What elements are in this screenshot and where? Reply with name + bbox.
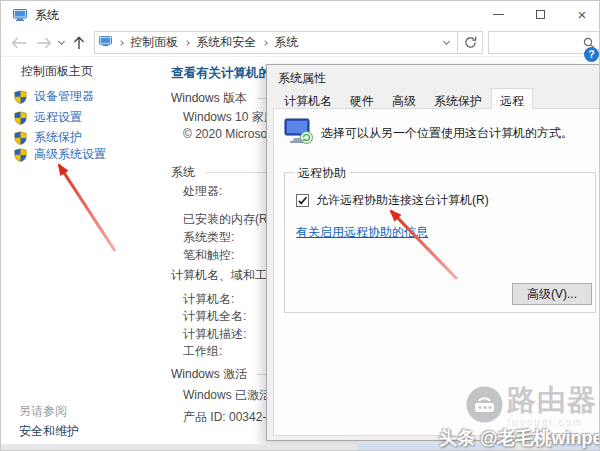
- address-computer-icon: [99, 36, 112, 50]
- processor-label: 处理器:: [183, 183, 222, 200]
- uac-shield-icon: [14, 148, 27, 162]
- sidebar-item-security-maintenance[interactable]: 安全和维护: [19, 423, 79, 440]
- tab-system-protection[interactable]: 系统保护: [425, 90, 491, 109]
- minimize-button[interactable]: [481, 1, 515, 27]
- back-button[interactable]: [7, 31, 32, 55]
- search-input[interactable]: [494, 37, 583, 49]
- sidebar-item-advanced-system-settings[interactable]: 高级系统设置: [14, 146, 106, 163]
- bottom-edge-strip: [1, 444, 600, 451]
- forward-button[interactable]: [32, 31, 57, 55]
- workgroup-label: 工作组:: [183, 343, 222, 360]
- tab-advanced[interactable]: 高级: [383, 90, 425, 109]
- dialog-tabstrip: 计算机名 硬件 高级 系统保护 远程: [275, 90, 533, 109]
- sidebar-item-system-protection[interactable]: 系统保护: [14, 129, 82, 146]
- sidebar-item-label: 高级系统设置: [34, 146, 106, 163]
- maximize-button[interactable]: [523, 1, 557, 27]
- help-button[interactable]: ?: [584, 47, 599, 62]
- breadcrumb-item-system-security[interactable]: 系统和安全: [196, 34, 256, 51]
- sidebar-item-control-panel-home[interactable]: 控制面板主页: [21, 63, 93, 80]
- advanced-button[interactable]: 高级(V)...: [512, 283, 592, 305]
- system-type-label: 系统类型:: [183, 229, 234, 246]
- bottom-strip-segment: [357, 444, 507, 451]
- sidebar-item-label: 设备管理器: [34, 88, 94, 105]
- uac-shield-icon: [14, 111, 27, 125]
- breadcrumb-separator-icon: [118, 40, 124, 46]
- activation-status-text: Windows 已激活: [183, 387, 271, 404]
- sidebar-item-device-manager[interactable]: 设备管理器: [14, 88, 94, 105]
- breadcrumb-separator-icon: [262, 40, 268, 46]
- breadcrumb-item-system[interactable]: 系统: [274, 34, 298, 51]
- tab-remote[interactable]: 远程: [491, 88, 533, 109]
- computer-icon: [13, 9, 27, 21]
- remote-desktop-icon: [284, 118, 314, 148]
- search-box[interactable]: [488, 31, 600, 54]
- address-bar[interactable]: 控制面板 系统和安全 系统: [94, 31, 458, 54]
- remote-assist-checkbox[interactable]: [296, 194, 309, 207]
- tab-computer-name[interactable]: 计算机名: [275, 90, 341, 109]
- remote-assistance-info-link[interactable]: 有关启用远程协助的信息: [296, 224, 428, 241]
- computer-name-label: 计算机名:: [183, 291, 234, 308]
- window-title: 系统: [35, 7, 59, 24]
- see-also-label: 另请参阅: [19, 403, 67, 420]
- system-properties-dialog: 系统属性 计算机名 硬件 高级 系统保护 远程 选择可以从另一个位置使用这台计算…: [266, 64, 600, 441]
- close-button[interactable]: ×: [565, 1, 599, 27]
- sidebar-item-label: 远程设置: [34, 109, 82, 126]
- address-dropdown-chevron-icon[interactable]: [443, 37, 450, 44]
- sidebar-item-label: 系统保护: [34, 129, 82, 146]
- remote-assistance-group: 远程协助 允许远程协助连接这台计算机(R) 有关启用远程协助的信息 高级(V).…: [284, 172, 596, 313]
- sidebar: 控制面板主页 设备管理器 远程设置 系统保护 高级系统设置 另请参阅 安全和维护: [1, 57, 163, 442]
- dialog-title: 系统属性: [278, 70, 326, 87]
- breadcrumb-separator-icon: [184, 40, 190, 46]
- titlebar: 系统 ×: [1, 1, 600, 29]
- system-window: 系统 × 控制面板 系统和安全 系统: [0, 0, 600, 451]
- uac-shield-icon: [14, 90, 27, 104]
- remote-assist-checkbox-label: 允许远程协助连接这台计算机(R): [316, 192, 489, 209]
- tab-hardware[interactable]: 硬件: [341, 90, 383, 109]
- up-button[interactable]: [68, 31, 91, 55]
- maximize-icon: [536, 10, 545, 19]
- refresh-icon: [464, 36, 477, 49]
- remote-tab-page: 选择可以从另一个位置使用这台计算机的方式。 远程协助 允许远程协助连接这台计算机…: [273, 108, 600, 436]
- navigation-bar: 控制面板 系统和安全 系统: [1, 29, 600, 57]
- remote-assist-checkbox-row[interactable]: 允许远程协助连接这台计算机(R): [296, 192, 489, 209]
- bottom-strip-segment: [553, 444, 600, 451]
- pen-touch-label: 笔和触控:: [183, 247, 234, 264]
- full-computer-name-label: 计算机全名:: [183, 308, 246, 325]
- uac-shield-icon: [14, 131, 27, 145]
- remote-tab-description: 选择可以从另一个位置使用这台计算机的方式。: [321, 125, 573, 142]
- computer-description-label: 计算机描述:: [183, 326, 246, 343]
- remote-assistance-group-title: 远程协助: [294, 165, 350, 182]
- minimize-icon: [493, 14, 504, 15]
- checkmark-icon: [297, 195, 308, 206]
- breadcrumb-item-control-panel[interactable]: 控制面板: [130, 34, 178, 51]
- refresh-button[interactable]: [458, 31, 483, 54]
- sidebar-item-remote-settings[interactable]: 远程设置: [14, 109, 82, 126]
- recent-locations-chevron-icon[interactable]: [56, 31, 67, 55]
